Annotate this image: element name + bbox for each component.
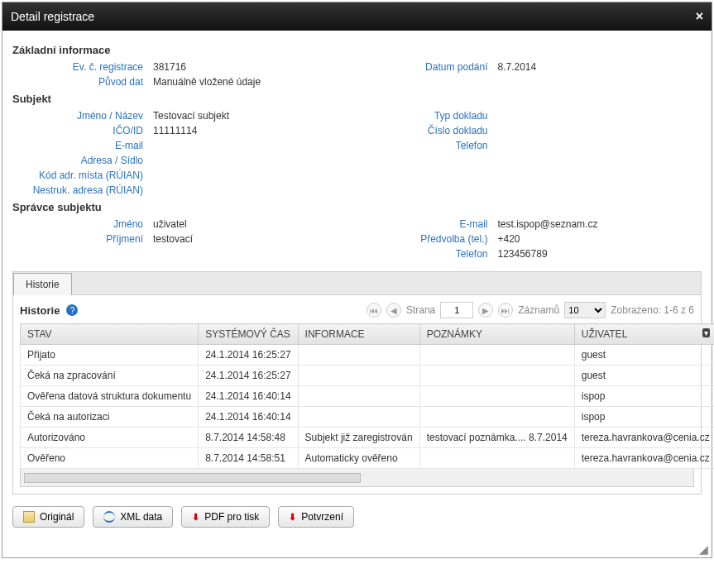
cell-state: Ověřena datová struktura dokumentu [21,386,199,407]
admin-lastname-value: testovací [153,233,193,245]
dialog-title: Detail registrace [11,10,94,23]
admin-heading: Správce subjektu [12,201,702,213]
admin-phone-label: Telefon [357,248,498,260]
registration-detail-dialog: Detail registrace × Základní informace E… [2,2,712,558]
ruian-code-label: Kód adr. místa (RÚIAN) [12,170,153,181]
table-row[interactable]: Přijato24.1.2014 16:25:27guest [21,345,715,366]
history-panel: Historie ? ⏮ ◀ Strana ▶ ⏭ Záznamů 10 Zob… [12,294,702,495]
cell-state: Autorizováno [21,428,199,448]
subject-phone-label: Telefon [357,140,498,151]
table-header-row: STAV SYSTÉMOVÝ ČAS INFORMACE POZNÁMKY UŽ… [21,324,715,345]
original-button[interactable]: Originál [12,506,84,528]
cell-state: Přijato [21,345,199,366]
cell-user: guest [574,345,714,366]
admin-phone-value: 123456789 [498,248,548,260]
cell-notes [419,448,574,469]
cell-info [298,386,419,407]
dialog-content: Základní informace Ev. č. registrace 381… [2,31,712,541]
submission-date-label: Datum podání [357,61,498,73]
admin-lastname-label: Příjmení [12,233,153,245]
page-input[interactable] [440,302,473,318]
ruian-address-label: Nestruk. adresa (RÚIAN) [12,184,153,196]
records-per-page-select[interactable]: 10 [564,302,606,318]
cell-notes [419,345,574,366]
cell-notes: testovací poznámka.... 8.7.2014 [419,428,574,448]
document-number-label: Číslo dokladu [357,125,498,136]
table-row[interactable]: Čeká na zpracování24.1.2014 16:25:27gues… [21,366,715,386]
last-page-icon[interactable]: ⏭ [498,303,513,318]
admin-email-label: E-mail [357,218,498,230]
col-info[interactable]: INFORMACE [298,324,419,345]
col-user[interactable]: UŽIVATEL▾ [574,324,714,345]
col-state[interactable]: STAV [21,324,199,345]
address-label: Adresa / Sídlo [12,155,153,166]
confirm-button[interactable]: ⬇Potvrzení [278,506,354,528]
cell-notes [419,366,574,386]
admin-email-value: test.ispop@seznam.cz [498,218,598,230]
table-row[interactable]: Ověřeno8.7.2014 14:58:51Automaticky ověř… [21,448,715,469]
phone-prefix-label: Předvolba (tel.) [357,233,498,245]
table-row[interactable]: Ověřena datová struktura dokumentu24.1.2… [21,386,715,407]
pdf-icon: ⬇ [289,512,296,523]
history-table: STAV SYSTÉMOVÝ ČAS INFORMACE POZNÁMKY UŽ… [20,323,714,469]
shown-range: Zobrazeno: 1-6 z 6 [611,304,694,316]
cell-user: tereza.havrankova@cenia.cz [574,428,714,448]
cell-time: 24.1.2014 16:40:14 [199,386,298,407]
resize-handle-icon[interactable]: ◢ [2,541,712,557]
cell-state: Ověřeno [21,448,199,469]
cell-state: Čeká na autorizaci [21,407,199,428]
cell-time: 24.1.2014 16:25:27 [199,366,298,386]
xml-icon [103,511,115,523]
data-origin-value: Manuálně vložené údaje [153,76,261,88]
records-label: Záznamů [518,304,559,316]
subject-heading: Subjekt [12,93,702,105]
col-notes[interactable]: POZNÁMKY [419,324,574,345]
cell-info [298,366,419,386]
col-time[interactable]: SYSTÉMOVÝ ČAS [199,324,298,345]
help-icon[interactable]: ? [66,304,78,316]
dialog-titlebar: Detail registrace × [2,2,712,31]
history-title: Historie [20,304,60,317]
cell-time: 24.1.2014 16:40:14 [199,407,298,428]
admin-firstname-value: uživatel [153,218,187,230]
cell-user: tereza.havrankova@cenia.cz [574,448,714,469]
pdf-icon: ⬇ [192,512,199,523]
cell-user: guest [574,366,714,386]
subject-email-label: E-mail [12,140,153,151]
cell-time: 24.1.2014 16:25:27 [199,345,298,366]
admin-firstname-label: Jméno [12,218,153,230]
cell-notes [419,407,574,428]
document-icon [23,511,35,523]
table-row[interactable]: Čeká na autorizaci24.1.2014 16:40:14ispo… [21,407,715,428]
pager: ⏮ ◀ Strana ▶ ⏭ Záznamů 10 Zobrazeno: 1-6… [367,302,694,318]
xml-data-button[interactable]: XML data [93,506,173,528]
cell-user: ispop [574,407,714,428]
cell-notes [419,386,574,407]
subject-name-value: Testovací subjekt [153,110,229,122]
prev-page-icon[interactable]: ◀ [386,303,401,318]
submission-date-value: 8.7.2014 [498,61,537,73]
data-origin-label: Původ dat [12,76,153,88]
first-page-icon[interactable]: ⏮ [367,303,381,318]
cell-info [298,345,419,366]
document-type-label: Typ dokladu [357,110,498,122]
cell-state: Čeká na zpracování [21,366,199,386]
tab-history[interactable]: Historie [13,273,72,295]
cell-time: 8.7.2014 14:58:48 [199,428,298,448]
cell-info: Automaticky ověřeno [298,448,419,469]
cell-user: ispop [574,386,714,407]
pdf-print-button[interactable]: ⬇PDF pro tisk [181,506,270,528]
table-row[interactable]: Autorizováno8.7.2014 14:58:48Subjekt již… [21,428,715,448]
next-page-icon[interactable]: ▶ [478,303,493,318]
cell-info: Subjekt již zaregistrován [298,428,419,448]
subject-name-label: Jméno / Název [12,110,153,122]
page-label: Strana [406,304,435,316]
column-menu-icon[interactable]: ▾ [702,328,710,337]
close-icon[interactable]: × [696,9,703,24]
tabbar: Historie [12,271,702,294]
ico-label: IČO/ID [12,125,153,136]
basic-info-heading: Základní informace [12,44,702,56]
ico-value: 11111114 [153,125,197,136]
horizontal-scrollbar[interactable] [20,469,694,487]
registration-number-label: Ev. č. registrace [12,61,153,73]
